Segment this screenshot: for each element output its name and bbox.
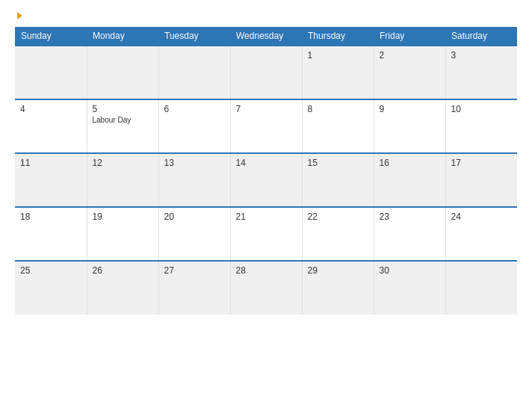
day-number: 20 [164, 211, 225, 222]
day-number: 12 [93, 158, 153, 168]
calendar-day-cell: 16 [374, 153, 445, 207]
header [15, 12, 517, 19]
day-number: 6 [164, 104, 225, 114]
calendar-week-row: 252627282930 [15, 261, 517, 315]
day-of-week-header: Sunday [15, 27, 87, 46]
calendar-day-cell: 9 [374, 99, 445, 153]
calendar-day-cell [445, 261, 517, 315]
calendar-day-cell: 12 [87, 153, 158, 207]
calendar-day-cell: 28 [230, 261, 302, 315]
day-number: 15 [308, 158, 368, 168]
calendar-day-cell: 25 [15, 261, 87, 315]
day-of-week-header: Friday [374, 27, 445, 46]
day-number: 29 [308, 265, 368, 276]
calendar-day-cell: 23 [374, 207, 445, 261]
calendar-day-cell: 3 [445, 46, 517, 99]
day-number: 5 [93, 104, 153, 114]
day-number: 10 [451, 104, 513, 114]
calendar-day-cell: 30 [374, 261, 445, 315]
day-number: 13 [164, 158, 225, 168]
day-number: 26 [93, 265, 153, 276]
day-of-week-header: Tuesday [158, 27, 230, 46]
calendar-day-cell: 22 [302, 207, 374, 261]
day-number: 7 [236, 104, 297, 114]
calendar-day-cell [87, 46, 158, 99]
calendar-day-cell: 4 [15, 99, 87, 153]
day-number: 18 [20, 211, 81, 222]
day-number: 2 [380, 50, 440, 61]
day-number: 8 [308, 104, 368, 114]
calendar-day-cell: 18 [15, 207, 87, 261]
day-number: 4 [20, 104, 81, 114]
calendar-day-cell: 1 [302, 46, 374, 99]
calendar-day-cell: 7 [230, 99, 302, 153]
logo [15, 12, 22, 19]
calendar-day-cell [158, 46, 230, 99]
calendar-week-row: 45Labour Day678910 [15, 99, 517, 153]
calendar-day-cell: 6 [158, 99, 230, 153]
calendar-day-cell: 19 [87, 207, 158, 261]
calendar-day-cell: 17 [445, 153, 517, 207]
day-number: 22 [308, 211, 368, 222]
calendar-table: SundayMondayTuesdayWednesdayThursdayFrid… [15, 27, 517, 315]
day-number: 9 [380, 104, 440, 114]
day-number: 16 [380, 158, 440, 168]
calendar-day-cell: 13 [158, 153, 230, 207]
day-of-week-header: Monday [87, 27, 158, 46]
day-number: 1 [308, 50, 368, 61]
calendar-header-row: SundayMondayTuesdayWednesdayThursdayFrid… [15, 27, 517, 46]
day-number: 21 [236, 211, 297, 222]
calendar-day-cell [230, 46, 302, 99]
calendar-day-cell: 2 [374, 46, 445, 99]
calendar-day-cell: 26 [87, 261, 158, 315]
calendar-day-cell: 8 [302, 99, 374, 153]
calendar-week-row: 18192021222324 [15, 207, 517, 261]
day-number: 27 [164, 265, 225, 276]
calendar-day-cell: 5Labour Day [87, 99, 158, 153]
calendar-day-cell: 11 [15, 153, 87, 207]
calendar-day-cell: 10 [445, 99, 517, 153]
day-number: 30 [380, 265, 440, 276]
day-number: 17 [451, 158, 513, 168]
logo-triangle-icon [17, 12, 22, 19]
day-of-week-header: Wednesday [230, 27, 302, 46]
calendar-week-row: 123 [15, 46, 517, 99]
calendar-day-cell: 27 [158, 261, 230, 315]
page: SundayMondayTuesdayWednesdayThursdayFrid… [0, 0, 532, 411]
holiday-label: Labour Day [93, 116, 153, 124]
calendar-day-cell: 29 [302, 261, 374, 315]
day-of-week-header: Thursday [302, 27, 374, 46]
day-number: 19 [93, 211, 153, 222]
calendar-day-cell: 20 [158, 207, 230, 261]
calendar-day-cell: 14 [230, 153, 302, 207]
day-of-week-header: Saturday [445, 27, 517, 46]
day-number: 11 [20, 158, 81, 168]
logo-blue-text [15, 12, 22, 19]
day-number: 25 [20, 265, 81, 276]
day-number: 24 [451, 211, 513, 222]
day-number: 28 [236, 265, 297, 276]
calendar-day-cell: 15 [302, 153, 374, 207]
day-number: 23 [380, 211, 440, 222]
calendar-day-cell: 21 [230, 207, 302, 261]
calendar-day-cell [15, 46, 87, 99]
day-number: 3 [451, 50, 513, 61]
day-number: 14 [236, 158, 297, 168]
calendar-week-row: 11121314151617 [15, 153, 517, 207]
calendar-day-cell: 24 [445, 207, 517, 261]
